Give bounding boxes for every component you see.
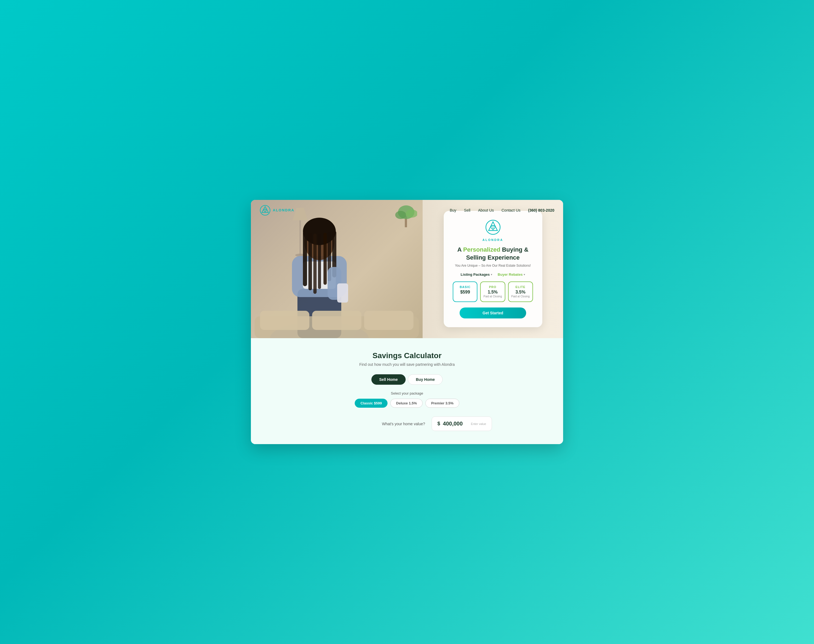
nav-about[interactable]: About Us (478, 208, 494, 213)
card-tabs: Listing Packages ▾ Buyer Rebates ▾ (452, 273, 534, 276)
calculator-title: Savings Calculator (373, 351, 441, 360)
svg-rect-19 (260, 311, 310, 330)
enter-value-hint: Enter value (471, 422, 486, 425)
svg-rect-21 (364, 311, 413, 330)
nav-links: Buy Sell About Us Contact Us (360) 803-2… (450, 208, 554, 213)
sell-home-button[interactable]: Sell Home (372, 374, 406, 385)
card-headline: A Personalized Buying & Selling Experien… (452, 246, 534, 262)
pkg-basic-name: BASIC (456, 285, 474, 288)
dollar-sign: $ (438, 421, 440, 426)
pkg-pro-price: 1.5% (484, 290, 502, 294)
nav-buy[interactable]: Buy (450, 208, 456, 213)
headline-prefix: A (458, 246, 463, 253)
pkg-elite-name: ELITE (511, 285, 530, 288)
headline-suffix: Buying & (501, 246, 528, 253)
nav-contact[interactable]: Contact Us (502, 208, 521, 213)
package-pro[interactable]: PRO 1.5% Paid at Closing (480, 282, 505, 302)
package-cards: BASIC $599 PRO 1.5% Paid at Closing ELIT… (452, 282, 534, 302)
chevron-down-icon: ▾ (491, 273, 492, 276)
svg-rect-9 (303, 232, 307, 286)
logo-icon (260, 205, 270, 216)
card-logo-icon (485, 219, 501, 235)
get-started-button[interactable]: Get Started (459, 308, 526, 319)
calculator-packages: Classic $599 Deluxe 1.5% Premier 3.5% (355, 399, 459, 408)
pkg-basic-price: $599 (456, 290, 474, 294)
hero-card: ALONDRA A Personalized Buying & Selling … (444, 211, 542, 327)
tab-buyer-rebates[interactable]: Buyer Rebates ▾ (498, 273, 525, 276)
package-basic[interactable]: BASIC $599 (453, 282, 478, 302)
nav-logo-text: ALONDRA (273, 208, 295, 212)
couch-icon (251, 305, 422, 338)
tab-listing-label: Listing Packages (461, 273, 490, 276)
calculator-section: Savings Calculator Find out how much you… (251, 338, 563, 444)
calculator-subtitle: Find out how much you will save partneri… (359, 362, 455, 366)
svg-rect-10 (309, 233, 312, 290)
nav-phone[interactable]: (360) 803-2020 (528, 208, 554, 213)
tab-buyer-label: Buyer Rebates (498, 273, 522, 276)
package-elite[interactable]: ELITE 3.5% Paid at Closing (508, 282, 533, 302)
svg-rect-11 (313, 233, 316, 294)
navigation: ALONDRA Buy Sell About Us Contact Us (36… (251, 200, 563, 221)
card-brand: ALONDRA (452, 238, 534, 241)
pkg-pro-sub: Paid at Closing (484, 294, 502, 298)
home-value-input-wrap[interactable]: $ 400,000 Enter value (432, 417, 492, 431)
svg-rect-12 (318, 234, 321, 289)
sell-buy-toggle: Sell Home Buy Home (372, 374, 443, 385)
calc-classic-button[interactable]: Classic $599 (355, 399, 387, 408)
package-select-label: Select your package (391, 391, 423, 396)
tab-listing-packages[interactable]: Listing Packages ▾ (461, 273, 492, 276)
pkg-elite-price: 3.5% (511, 290, 530, 294)
svg-rect-17 (337, 284, 348, 302)
buy-home-button[interactable]: Buy Home (408, 374, 442, 385)
calc-premier-button[interactable]: Premier 3.5% (425, 399, 459, 408)
page-wrapper: ALONDRA Buy Sell About Us Contact Us (36… (251, 200, 563, 444)
calc-deluxe-button[interactable]: Deluxe 1.5% (390, 399, 422, 408)
home-value-row: What's your home value? $ 400,000 Enter … (322, 417, 492, 431)
svg-rect-20 (312, 311, 361, 330)
headline-line2: Selling Experience (466, 254, 520, 261)
home-value-label: What's your home value? (322, 422, 425, 426)
pkg-pro-name: PRO (484, 285, 502, 288)
pkg-elite-sub: Paid at Closing (511, 294, 530, 298)
home-value-display: 400,000 (443, 420, 468, 427)
nav-logo[interactable]: ALONDRA (260, 205, 295, 216)
chevron-down-icon-2: ▾ (524, 273, 525, 276)
hero-section: ALONDRA Buy Sell About Us Contact Us (36… (251, 200, 563, 338)
svg-rect-13 (324, 233, 327, 285)
nav-sell[interactable]: Sell (464, 208, 470, 213)
card-tagline: You Are Unique – So Are Our Real Estate … (452, 264, 534, 267)
headline-highlight: Personalized (463, 246, 501, 253)
